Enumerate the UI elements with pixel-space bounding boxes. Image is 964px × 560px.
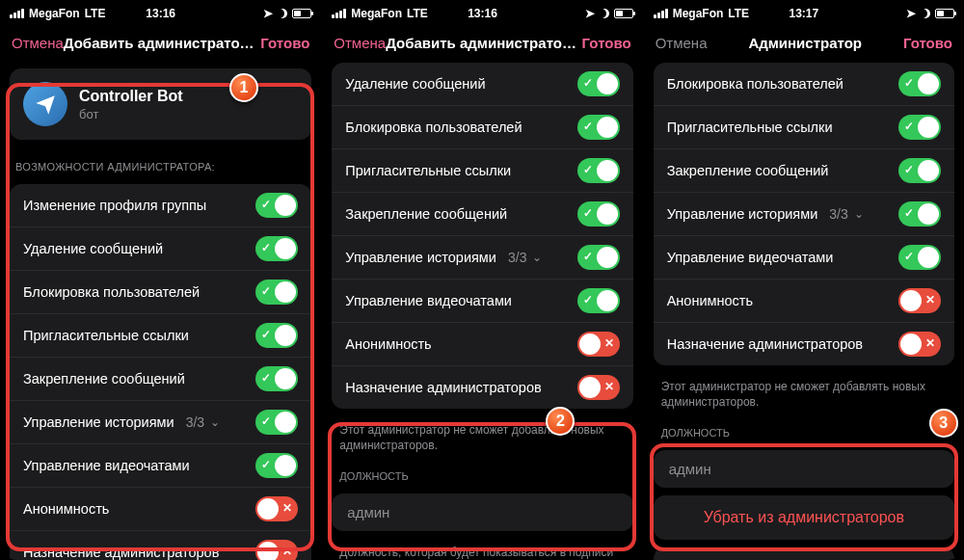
section-admin-caps: ВОЗМОЖНОСТИ АДМИНИСТРАТОРА: <box>0 147 321 178</box>
role-section-label: ДОЛЖНОСТЬ <box>644 410 964 444</box>
footnote-noadd: Этот администратор не сможет добавлять н… <box>644 371 964 410</box>
toggle-off[interactable]: ✕ <box>898 332 941 357</box>
perm-block[interactable]: Блокировка пользователей✓ <box>10 270 311 313</box>
signal-icon <box>10 9 24 18</box>
perm-stories[interactable]: Управление историями3/3 ⌄✓ <box>654 192 954 235</box>
toggle-on[interactable]: ✓ <box>577 115 620 140</box>
done-button[interactable]: Готово <box>260 35 309 51</box>
remove-admin-button[interactable]: Убрать из администраторов <box>654 495 954 540</box>
bot-header[interactable]: Controller Bot бот <box>10 68 311 140</box>
toggle-on[interactable]: ✓ <box>898 115 941 140</box>
perm-pin[interactable]: Закрепление сообщений✓ <box>10 357 311 400</box>
toggle-on[interactable]: ✓ <box>255 410 298 435</box>
toggle-on[interactable]: ✓ <box>898 201 941 227</box>
perm-profile[interactable]: Изменение профиля группы✓ <box>10 184 311 227</box>
toggle-off[interactable]: ✕ <box>577 375 620 400</box>
carrier-label: MegaFon <box>351 7 402 20</box>
perm-pin[interactable]: Закрепление сообщений✓ <box>332 192 632 235</box>
done-button[interactable]: Готово <box>582 35 631 51</box>
perm-invite[interactable]: Пригласительные ссылки✓ <box>332 148 632 192</box>
perm-pin[interactable]: Закрепление сообщений✓ <box>654 148 954 192</box>
chevron-down-icon: ⌄ <box>210 415 220 429</box>
location-icon: ➤ <box>906 7 916 20</box>
signal-icon <box>332 9 346 18</box>
toggle-on[interactable]: ✓ <box>898 158 941 183</box>
perm-anon[interactable]: Анонимность✕ <box>332 322 632 365</box>
role-input[interactable]: админ <box>332 493 632 531</box>
network-label: LTE <box>728 7 749 20</box>
perm-anon[interactable]: Анонимность✕ <box>10 487 311 530</box>
permissions-list: Изменение профиля группы✓ Удаление сообщ… <box>10 184 311 560</box>
cancel-button[interactable]: Отмена <box>656 35 708 51</box>
signal-icon <box>654 9 668 18</box>
network-label: LTE <box>407 7 428 20</box>
screen-1: MegaFon LTE 13:16 ➤ ОтменаДобавить админ… <box>0 0 321 560</box>
role-hint: Должность, которая будет показываться в … <box>322 537 642 560</box>
clock: 13:16 <box>146 7 175 20</box>
perm-block[interactable]: Блокировка пользователей✓ <box>332 105 632 148</box>
battery-icon <box>614 9 633 18</box>
location-icon: ➤ <box>263 7 273 20</box>
bot-subtitle: бот <box>79 107 183 121</box>
chevron-down-icon: ⌄ <box>854 207 864 221</box>
cancel-button[interactable]: Отмена <box>334 35 386 51</box>
perm-addadmin[interactable]: Назначение администраторов✕ <box>654 322 954 365</box>
toggle-off[interactable]: ✕ <box>255 496 298 521</box>
role-card: админ <box>654 450 954 488</box>
perm-block[interactable]: Блокировка пользователей✓ <box>654 63 954 105</box>
perm-video[interactable]: Управление видеочатами✓ <box>332 279 632 322</box>
toggle-on[interactable]: ✓ <box>577 288 620 313</box>
toggle-on[interactable]: ✓ <box>255 280 298 305</box>
perm-addadmin[interactable]: Назначение администраторов✕ <box>10 530 311 560</box>
permissions-list: Блокировка пользователей✓ Пригласительны… <box>654 63 954 365</box>
cancel-button[interactable]: Отмена <box>12 35 64 51</box>
bot-avatar <box>23 82 67 126</box>
toggle-on[interactable]: ✓ <box>577 158 620 183</box>
toggle-on[interactable]: ✓ <box>255 236 298 261</box>
carrier-label: MegaFon <box>29 7 80 20</box>
perm-video[interactable]: Управление видеочатами✓ <box>654 235 954 279</box>
toggle-on[interactable]: ✓ <box>577 245 620 270</box>
done-button[interactable]: Готово <box>903 35 952 51</box>
perm-addadmin[interactable]: Назначение администраторов✕ <box>332 365 632 409</box>
dnd-icon <box>278 9 287 18</box>
perm-delete[interactable]: Удаление сообщений✓ <box>10 227 311 270</box>
toggle-on[interactable]: ✓ <box>577 201 620 227</box>
dnd-icon <box>921 9 930 18</box>
carrier-label: MegaFon <box>673 7 724 20</box>
toggle-on[interactable]: ✓ <box>255 453 298 478</box>
toggle-on[interactable]: ✓ <box>255 323 298 348</box>
status-bar: MegaFon LTE 13:16 ➤ <box>322 0 642 25</box>
toggle-on[interactable]: ✓ <box>898 245 941 270</box>
perm-stories[interactable]: Управление историями3/3 ⌄✓ <box>332 235 632 279</box>
perm-stories[interactable]: Управление историями3/3 ⌄✓ <box>10 400 311 443</box>
perm-invite[interactable]: Пригласительные ссылки✓ <box>10 313 311 357</box>
perm-video[interactable]: Управление видеочатами✓ <box>10 443 311 487</box>
toggle-off[interactable]: ✕ <box>577 332 620 357</box>
location-icon: ➤ <box>585 7 595 20</box>
role-section-label: ДОЛЖНОСТЬ <box>322 453 642 488</box>
nav-title: Добавить администрато… <box>386 35 576 51</box>
perm-delete[interactable]: Удаление сообщений✓ <box>332 63 632 105</box>
footnote-noadd: Этот администратор не сможет добавлять н… <box>322 414 642 453</box>
nav-bar: ОтменаДобавить администрато… Готово <box>0 25 321 61</box>
toggle-on[interactable]: ✓ <box>255 366 298 391</box>
toggle-on[interactable]: ✓ <box>577 71 620 96</box>
perm-invite[interactable]: Пригласительные ссылки✓ <box>654 105 954 148</box>
chevron-down-icon: ⌄ <box>532 251 542 264</box>
status-bar: MegaFon LTE 13:17 ➤ <box>644 0 964 25</box>
role-input[interactable]: админ <box>654 450 954 488</box>
clock: 13:17 <box>789 7 818 20</box>
toggle-off[interactable]: ✕ <box>898 288 941 313</box>
toggle-on[interactable]: ✓ <box>255 193 298 218</box>
status-bar: MegaFon LTE 13:16 ➤ <box>0 0 321 25</box>
network-label: LTE <box>85 7 106 20</box>
cancel-action-button[interactable]: Отмена <box>654 547 954 560</box>
screen-3: MegaFon LTE 13:17 ➤ Отмена Администратор… <box>643 0 964 560</box>
role-card: админ <box>332 493 632 531</box>
perm-anon[interactable]: Анонимность✕ <box>654 279 954 322</box>
battery-icon <box>935 9 954 18</box>
toggle-on[interactable]: ✓ <box>898 71 941 96</box>
toggle-off[interactable]: ✕ <box>255 540 298 560</box>
nav-bar: ОтменаДобавить администрато… Готово <box>322 25 642 61</box>
